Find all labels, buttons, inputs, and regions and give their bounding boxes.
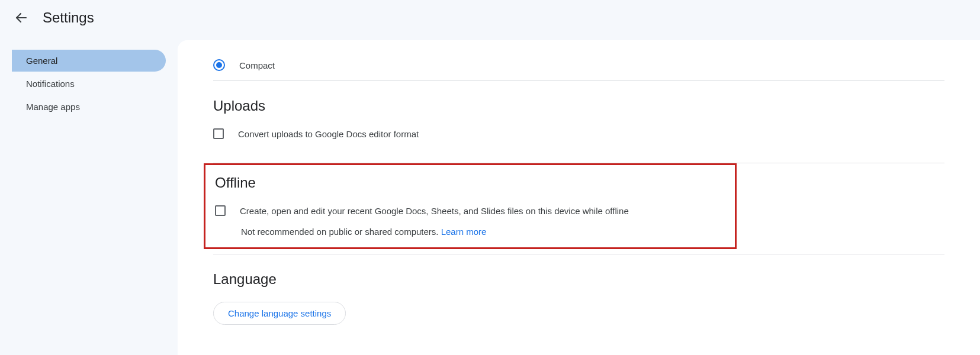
offline-checkbox[interactable] <box>215 205 226 216</box>
learn-more-link[interactable]: Learn more <box>441 227 487 237</box>
divider <box>213 254 944 254</box>
convert-uploads-label: Convert uploads to Google Docs editor fo… <box>238 129 419 139</box>
sidebar-item-notifications[interactable]: Notifications <box>12 73 166 95</box>
sidebar: General Notifications Manage apps <box>0 36 178 355</box>
uploads-title: Uploads <box>213 98 944 114</box>
back-arrow-icon[interactable] <box>14 11 28 25</box>
divider <box>213 80 944 81</box>
compact-label: Compact <box>239 60 275 70</box>
language-section: Language Change language settings <box>213 271 944 337</box>
uploads-section: Uploads Convert uploads to Google Docs e… <box>213 98 944 163</box>
offline-subtext-row: Not recommended on public or shared comp… <box>215 227 725 237</box>
language-title: Language <box>213 271 944 288</box>
offline-subtext: Not recommended on public or shared comp… <box>241 227 441 237</box>
header: Settings <box>0 0 980 36</box>
sidebar-item-manage-apps[interactable]: Manage apps <box>12 96 166 118</box>
convert-uploads-checkbox[interactable] <box>213 128 224 139</box>
offline-highlight-box: Offline Create, open and edit your recen… <box>204 163 737 249</box>
change-language-button[interactable]: Change language settings <box>213 302 346 325</box>
offline-label: Create, open and edit your recent Google… <box>240 206 629 216</box>
compact-radio[interactable] <box>213 59 225 71</box>
main-content: Compact Uploads Convert uploads to Googl… <box>178 40 980 355</box>
offline-title: Offline <box>215 175 725 191</box>
sidebar-item-general[interactable]: General <box>12 50 166 72</box>
page-title: Settings <box>43 9 94 26</box>
density-compact-row: Compact <box>213 54 944 80</box>
